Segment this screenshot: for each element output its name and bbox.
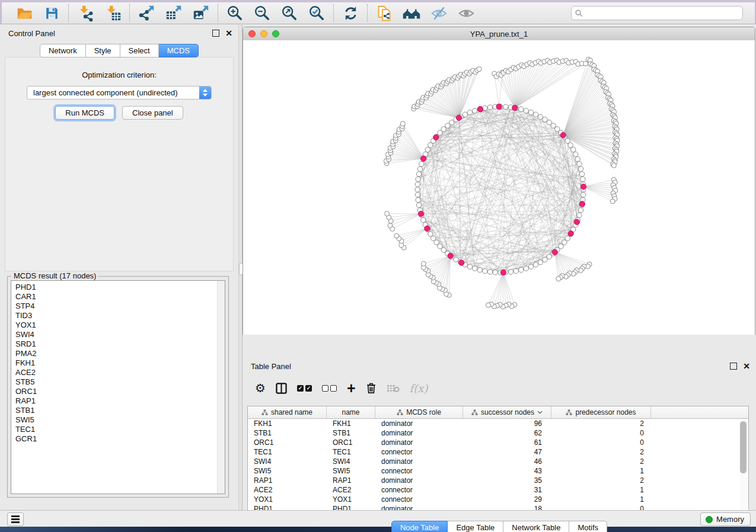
home-button[interactable] bbox=[402, 4, 421, 22]
mcds-result-item[interactable]: STP4 bbox=[11, 302, 225, 311]
export-image-button[interactable] bbox=[192, 4, 210, 22]
delete-table-button[interactable] bbox=[387, 379, 400, 397]
mcds-result-item[interactable]: TID3 bbox=[11, 311, 225, 321]
cell-predecessor-nodes: 2 bbox=[551, 448, 651, 456]
function-builder-button[interactable]: f(x) bbox=[410, 379, 428, 397]
table-row[interactable]: SWI4SWI4dominator462 bbox=[248, 457, 748, 466]
zoom-out-button[interactable] bbox=[253, 4, 272, 22]
close-panel-icon[interactable]: ✕ bbox=[225, 30, 232, 36]
mcds-result-item[interactable]: PHD1 bbox=[11, 283, 225, 292]
table-row[interactable]: SWI5SWI5connector431 bbox=[248, 466, 748, 476]
control-panel: Control Panel ✕ NetworkStyleSelectMCDS O… bbox=[0, 25, 238, 511]
table-scrollbar[interactable] bbox=[740, 419, 747, 513]
mcds-result-item[interactable]: GCR1 bbox=[11, 434, 225, 444]
tab-motifs[interactable]: Motifs bbox=[569, 521, 607, 532]
table-row[interactable]: ACE2ACE2connector311 bbox=[248, 485, 748, 495]
deselect-all-button[interactable] bbox=[322, 379, 337, 397]
control-panel-tabs: NetworkStyleSelectMCDS bbox=[0, 44, 238, 57]
hide-selected-button[interactable] bbox=[429, 4, 448, 22]
zoom-fit-button[interactable] bbox=[280, 4, 299, 22]
zoom-in-button[interactable] bbox=[225, 4, 244, 22]
column-header-shared-name[interactable]: shared name bbox=[248, 406, 327, 418]
task-history-button[interactable] bbox=[7, 512, 24, 526]
zoom-fit-icon bbox=[280, 4, 298, 22]
column-header-MCDS-role[interactable]: MCDS role bbox=[375, 406, 463, 418]
duplicate-network-button[interactable] bbox=[375, 4, 394, 22]
zoom-selected-button[interactable] bbox=[307, 4, 326, 22]
show-all-button[interactable] bbox=[457, 4, 476, 22]
tab-node-table[interactable]: Node Table bbox=[391, 521, 448, 532]
mcds-result-item[interactable]: FKH1 bbox=[11, 358, 225, 368]
run-mcds-button[interactable]: Run MCDS bbox=[55, 106, 114, 120]
table-row[interactable]: FKH1FKH1dominator962 bbox=[248, 419, 748, 428]
mcds-result-item[interactable]: CAR1 bbox=[11, 292, 225, 302]
table-row[interactable]: ORC1ORC1dominator610 bbox=[248, 438, 748, 447]
fx-icon: f(x) bbox=[410, 382, 428, 395]
network-graph[interactable] bbox=[243, 40, 755, 332]
mcds-result-item[interactable]: STB1 bbox=[11, 406, 225, 415]
cell-shared-name: STB1 bbox=[248, 429, 327, 437]
import-network-button[interactable] bbox=[76, 4, 95, 22]
export-table-button[interactable] bbox=[164, 4, 183, 22]
minimize-window-icon[interactable] bbox=[260, 30, 267, 37]
column-header-name[interactable]: name bbox=[327, 406, 375, 418]
column-label: MCDS role bbox=[406, 408, 441, 416]
mcds-result-item[interactable]: ACE2 bbox=[11, 368, 225, 377]
mcds-result-item[interactable]: SRD1 bbox=[11, 339, 225, 349]
column-type-icon bbox=[261, 409, 268, 416]
tab-network[interactable]: Network bbox=[40, 44, 86, 57]
close-panel-icon[interactable]: ✕ bbox=[743, 363, 750, 369]
tab-network-table[interactable]: Network Table bbox=[503, 521, 569, 532]
close-window-icon[interactable] bbox=[248, 30, 256, 37]
optimization-criterion-select[interactable]: largest connected component (undirected) bbox=[27, 86, 212, 100]
maximize-window-icon[interactable] bbox=[272, 30, 279, 37]
column-label: predecessor nodes bbox=[575, 408, 636, 416]
mcds-result-item[interactable]: PMA2 bbox=[11, 349, 225, 358]
close-panel-button[interactable]: Close panel bbox=[122, 106, 183, 120]
tab-style[interactable]: Style bbox=[86, 44, 120, 57]
cell-successor-nodes: 43 bbox=[463, 467, 551, 475]
mcds-result-item[interactable]: STB5 bbox=[11, 377, 225, 387]
table-row[interactable]: TEC1TEC1connector472 bbox=[248, 447, 748, 457]
float-panel-icon[interactable] bbox=[212, 30, 219, 37]
show-columns-button[interactable] bbox=[276, 379, 287, 397]
control-panel-titlebar: Control Panel ✕ bbox=[0, 25, 238, 41]
search-input[interactable] bbox=[571, 6, 743, 20]
select-all-button[interactable]: ✓ ✓ bbox=[297, 379, 312, 397]
mcds-list-scrollbar[interactable] bbox=[217, 281, 225, 493]
table-settings-button[interactable]: ⚙ bbox=[255, 379, 266, 397]
cell-shared-name: YOX1 bbox=[248, 495, 327, 504]
import-table-button[interactable] bbox=[103, 4, 122, 22]
network-canvas[interactable] bbox=[243, 40, 755, 357]
open-file-button[interactable] bbox=[15, 4, 34, 22]
plus-icon: + bbox=[347, 382, 356, 394]
mcds-result-item[interactable]: TEC1 bbox=[11, 425, 225, 434]
mcds-result-item[interactable]: RAP1 bbox=[11, 396, 225, 406]
table-row[interactable]: STB1STB1dominator620 bbox=[248, 428, 748, 438]
column-header-successor-nodes[interactable]: successor nodes bbox=[463, 406, 551, 418]
mcds-result-item[interactable]: ORC1 bbox=[11, 387, 225, 396]
mcds-result-item[interactable]: SWI5 bbox=[11, 415, 225, 425]
cell-shared-name: SWI5 bbox=[248, 467, 327, 475]
tab-edge-table[interactable]: Edge Table bbox=[448, 521, 503, 532]
tab-select[interactable]: Select bbox=[120, 44, 159, 57]
save-session-button[interactable] bbox=[42, 4, 61, 22]
cell-name: SWI4 bbox=[327, 457, 375, 466]
table-row[interactable]: RAP1RAP1dominator352 bbox=[248, 476, 748, 485]
add-column-button[interactable]: + bbox=[347, 379, 356, 397]
column-header-predecessor-nodes[interactable]: predecessor nodes bbox=[551, 406, 651, 418]
scrollbar-thumb[interactable] bbox=[740, 421, 747, 473]
export-network-button[interactable] bbox=[137, 4, 156, 22]
vertical-splitter[interactable] bbox=[238, 25, 243, 511]
refresh-button[interactable] bbox=[341, 4, 360, 22]
table-row[interactable]: YOX1YOX1connector291 bbox=[248, 495, 748, 504]
mcds-result-item[interactable]: SWI4 bbox=[11, 330, 225, 339]
mcds-result-item[interactable]: YOX1 bbox=[11, 321, 225, 330]
float-panel-icon[interactable] bbox=[730, 363, 737, 370]
network-frame-titlebar[interactable]: YPA_prune.txt_1 bbox=[243, 27, 755, 41]
delete-column-button[interactable] bbox=[366, 379, 377, 397]
node-table[interactable]: shared namenameMCDS rolesuccessor nodesp… bbox=[247, 406, 749, 515]
tab-mcds[interactable]: MCDS bbox=[159, 44, 199, 57]
mcds-result-list[interactable]: PHD1CAR1STP4TID3YOX1SWI4SRD1PMA2FKH1ACE2… bbox=[11, 280, 225, 494]
export-network-icon bbox=[138, 4, 155, 22]
